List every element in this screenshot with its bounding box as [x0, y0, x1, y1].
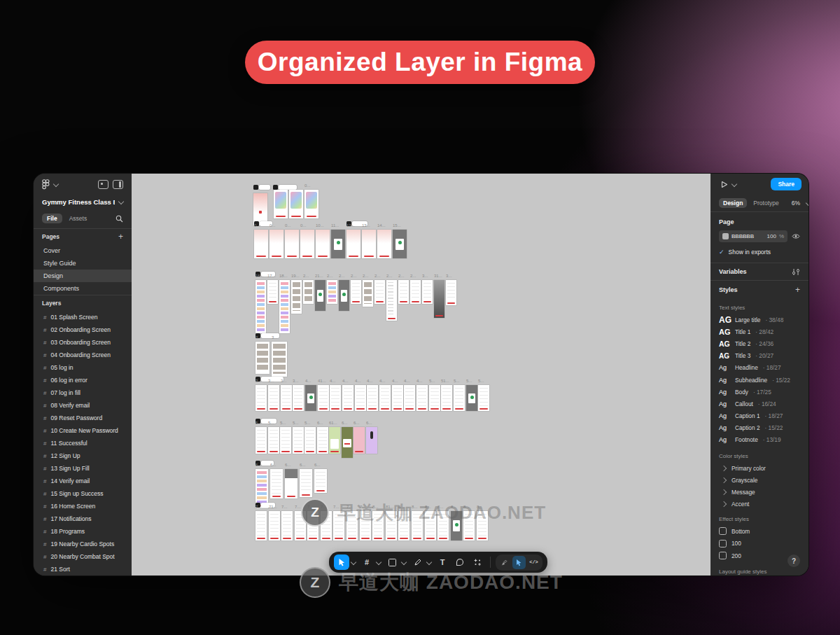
canvas-frame[interactable] [330, 385, 341, 411]
layer-row[interactable]: #19 Nearby Cardio Spots [34, 538, 132, 550]
sidebar-page-design[interactable]: Design [34, 270, 132, 282]
canvas-frame[interactable] [429, 385, 440, 411]
tab-assets[interactable]: Assets [69, 215, 88, 222]
layer-row[interactable]: #07 log in fill [34, 386, 132, 399]
canvas-frame[interactable] [355, 385, 366, 411]
chevron-right-icon[interactable] [721, 477, 727, 482]
sidebar-page-style-guide[interactable]: Style Guide [34, 257, 132, 270]
canvas-frame[interactable] [269, 511, 280, 540]
chevron-right-icon[interactable] [721, 465, 727, 470]
document-title[interactable]: Gymmy Fitness Class Book... [42, 198, 115, 206]
color-style-group[interactable]: Grayscale [710, 474, 808, 486]
canvas-frame[interactable] [281, 511, 293, 540]
chevron-down-icon[interactable] [118, 199, 124, 204]
canvas-frame[interactable] [270, 469, 283, 498]
section-chip[interactable] [253, 185, 270, 190]
search-icon[interactable] [115, 215, 123, 223]
layer-row[interactable]: #21 Sort [34, 563, 132, 575]
color-style-group[interactable]: Message [710, 486, 808, 498]
layer-row[interactable]: #14 Verify email [34, 475, 132, 487]
text-style-row[interactable]: AgBody· 17/25 [710, 386, 808, 398]
canvas-frame[interactable] [466, 385, 477, 411]
text-style-row[interactable]: AGLarge title· 38/48 [710, 314, 808, 326]
layer-row[interactable]: #03 Onboarding Screen [34, 336, 132, 349]
canvas-frame[interactable] [331, 230, 345, 258]
sidebar-page-cover[interactable]: Cover [34, 244, 132, 257]
canvas-frame[interactable] [317, 427, 328, 454]
canvas-frame[interactable] [293, 385, 304, 411]
layer-row[interactable]: #10 Create New Password [34, 424, 132, 437]
color-style-group[interactable]: Primary color [710, 462, 808, 474]
canvas-frame[interactable] [285, 469, 298, 498]
effect-style-row[interactable]: Bottom [710, 525, 808, 538]
chevron-down-icon[interactable] [53, 181, 59, 187]
canvas-frame[interactable] [404, 385, 415, 411]
fill-hex-value[interactable]: BBBBBB [732, 233, 764, 239]
chevron-right-icon[interactable] [721, 489, 727, 494]
canvas-frame[interactable] [305, 385, 316, 411]
canvas-frame[interactable] [422, 280, 433, 304]
zoom-level[interactable]: 6% [792, 200, 800, 207]
text-style-row[interactable]: AgHeadline· 18/27 [710, 362, 808, 374]
canvas-frame[interactable] [410, 280, 421, 304]
canvas-frame[interactable] [346, 230, 360, 258]
canvas-frame[interactable] [327, 280, 337, 304]
canvas-frame[interactable] [279, 280, 290, 333]
canvas-frame[interactable] [300, 230, 314, 258]
layer-row[interactable]: #16 Home Screen [34, 500, 132, 512]
canvas-frame[interactable] [281, 385, 292, 411]
canvas-frame[interactable] [374, 280, 385, 304]
layer-row[interactable]: #17 Notifications [34, 512, 132, 525]
text-style-row[interactable]: AGTitle 2· 24/36 [710, 337, 808, 349]
layer-row[interactable]: #11 Successful [34, 437, 132, 449]
canvas-frame[interactable] [351, 280, 361, 304]
add-page-button[interactable]: + [59, 232, 123, 242]
variables-header[interactable]: Variables [719, 268, 747, 275]
canvas-frame[interactable] [441, 385, 452, 411]
canvas-frame[interactable] [303, 280, 314, 304]
layer-row[interactable]: #06 log in error [34, 374, 132, 386]
canvas-frame[interactable] [342, 427, 353, 458]
canvas-frame[interactable] [255, 385, 267, 411]
chevron-down-icon[interactable] [376, 559, 382, 565]
canvas-frame[interactable] [392, 385, 403, 411]
canvas-frame[interactable] [267, 280, 278, 304]
canvas-frame[interactable] [314, 469, 327, 493]
canvas-frame[interactable] [300, 469, 312, 497]
tab-design[interactable]: Design [719, 198, 747, 208]
canvas-frame[interactable] [366, 427, 377, 454]
canvas-frame[interactable] [454, 385, 465, 411]
canvas-frame[interactable] [416, 385, 428, 411]
sidebar-page-components[interactable]: Components [34, 282, 132, 295]
fill-opacity-value[interactable]: 100 [767, 233, 776, 239]
canvas-frame[interactable] [342, 385, 354, 411]
canvas-frame[interactable] [304, 190, 318, 218]
fill-swatch[interactable] [722, 233, 729, 239]
canvas-frame[interactable] [478, 385, 489, 411]
canvas-frame[interactable] [255, 427, 267, 454]
section-chip[interactable] [273, 185, 297, 190]
checkbox-checked-icon[interactable]: ✓ [719, 249, 724, 256]
text-style-row[interactable]: AgCaption 2· 15/22 [710, 422, 808, 434]
layer-row[interactable]: #12 Sign Up [34, 449, 132, 462]
tab-prototype[interactable]: Prototype [753, 200, 778, 207]
canvas-frame[interactable] [386, 280, 397, 321]
canvas-frame[interactable] [255, 511, 267, 540]
chevron-down-icon[interactable] [732, 181, 737, 187]
share-button[interactable]: Share [771, 178, 802, 190]
canvas-frame[interactable] [339, 280, 349, 311]
canvas-frame[interactable] [268, 385, 279, 411]
chevron-right-icon[interactable] [721, 501, 727, 506]
text-style-row[interactable]: AgSubheadline· 15/22 [710, 374, 808, 386]
layer-row[interactable]: #18 Programs [34, 525, 132, 538]
layer-row[interactable]: #09 Reset Password [34, 412, 132, 424]
canvas-frame[interactable] [377, 230, 391, 258]
visibility-eye-icon[interactable] [792, 233, 800, 239]
canvas-frame[interactable] [393, 230, 407, 258]
canvas-frame[interactable] [289, 190, 303, 218]
canvas-frame[interactable] [272, 342, 287, 377]
add-style-button[interactable]: + [795, 285, 800, 295]
layer-row[interactable]: #13 Sign Up Fill [34, 462, 132, 475]
canvas-frame[interactable] [318, 385, 329, 411]
page-fill-input[interactable]: BBBBBB 100 % [719, 230, 788, 242]
